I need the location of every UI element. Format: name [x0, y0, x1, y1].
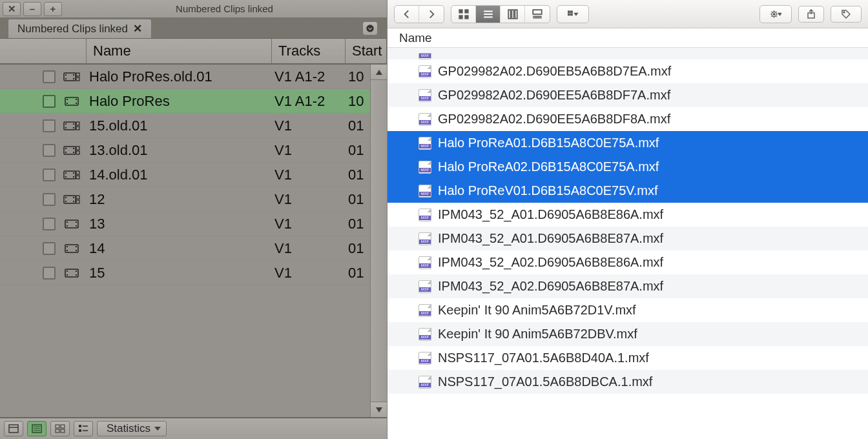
- svg-rect-49: [76, 246, 77, 247]
- svg-rect-24: [73, 152, 74, 153]
- close-window-button[interactable]: ✕: [3, 2, 21, 16]
- list-item[interactable]: Keepin' It 90 Anim5A6B72D1V.mxf: [388, 298, 868, 322]
- svg-rect-64: [56, 429, 59, 433]
- list-item[interactable]: IPM043_52_A02.D6905A6B8E86A.mxf: [388, 250, 868, 274]
- maximize-window-button[interactable]: +: [44, 2, 62, 16]
- list-item[interactable]: Halo ProReV01.D6B15A8C0E75V.mxf: [388, 179, 868, 203]
- row-checkbox[interactable]: [43, 168, 56, 181]
- clip-icon: [63, 267, 80, 279]
- mxf-file-icon: [418, 376, 431, 389]
- svg-rect-48: [67, 250, 68, 251]
- chevron-left-icon: [401, 8, 413, 20]
- bin-row[interactable]: Halo ProRes.old.01V1 A1-210: [0, 65, 387, 89]
- avid-tabbar: Numbered Clips linked ✕: [0, 18, 387, 39]
- svg-rect-47: [67, 246, 68, 247]
- clip-icon: [63, 120, 80, 132]
- list-item[interactable]: [388, 48, 868, 59]
- list-item[interactable]: GP029982A02.D690EE5A6B8DF7A.mxf: [388, 83, 868, 107]
- bin-row[interactable]: 12V101: [0, 187, 387, 212]
- row-checkbox[interactable]: [43, 144, 56, 157]
- view-frame-button[interactable]: [50, 421, 70, 436]
- bin-row[interactable]: 14.old.01V101: [0, 163, 387, 187]
- row-checkbox[interactable]: [43, 193, 56, 206]
- file-name: GP029982A02.D690EB5A6B8D7EA.mxf: [438, 64, 671, 79]
- svg-rect-55: [76, 274, 77, 276]
- scroll-track[interactable]: [371, 80, 387, 402]
- frame-view-icon: [55, 424, 65, 433]
- column-view-button[interactable]: [501, 6, 525, 23]
- coverflow-view-button[interactable]: [525, 6, 550, 23]
- close-tab-icon[interactable]: ✕: [133, 22, 142, 36]
- row-checkbox[interactable]: [43, 242, 56, 255]
- row-checkbox[interactable]: [43, 70, 56, 83]
- bin-vertical-scrollbar[interactable]: [370, 65, 387, 417]
- column-header-icons[interactable]: [0, 39, 87, 63]
- finder-column-header[interactable]: Name: [388, 28, 868, 48]
- brief-view-icon: [8, 424, 19, 433]
- file-name: NSPS117_07A01.5A6B8DBCA.1.mxf: [438, 374, 652, 389]
- list-item[interactable]: IPM043_52_A01.D6905A6B8E87A.mxf: [388, 227, 868, 250]
- column-header-tracks[interactable]: Tracks: [272, 39, 346, 63]
- bin-row[interactable]: 15V101: [0, 261, 387, 285]
- list-item[interactable]: Keepin' It 90 Anim5A6B72DBV.mxf: [388, 322, 868, 346]
- clip-icon: [63, 96, 80, 107]
- svg-rect-12: [76, 103, 77, 104]
- bin-tab[interactable]: Numbered Clips linked ✕: [8, 19, 152, 38]
- bin-row[interactable]: 13V101: [0, 212, 387, 236]
- clip-name: 13: [87, 216, 272, 232]
- list-item[interactable]: NSPS117_07A01.5A6B8DBCA.1.mxf: [388, 370, 868, 394]
- svg-line-94: [776, 15, 776, 16]
- row-checkbox[interactable]: [43, 95, 56, 108]
- clip-name: 15.old.01: [87, 117, 272, 134]
- column-header-start[interactable]: Start: [346, 39, 387, 63]
- scroll-up-button[interactable]: [371, 65, 387, 80]
- svg-rect-36: [65, 201, 67, 202]
- bin-row[interactable]: Halo ProResV1 A1-210: [0, 89, 387, 114]
- row-checkbox[interactable]: [43, 267, 56, 280]
- action-menu[interactable]: [760, 5, 792, 23]
- share-button[interactable]: [798, 6, 824, 23]
- row-checkbox[interactable]: [43, 218, 56, 230]
- bin-stats-menu[interactable]: Statistics: [97, 421, 167, 436]
- svg-rect-16: [73, 123, 74, 125]
- scroll-down-button[interactable]: [371, 402, 387, 417]
- bin-stats-label: Statistics: [107, 422, 150, 435]
- view-brief-button[interactable]: [4, 421, 23, 436]
- list-item[interactable]: GP029982A02.D690EE5A6B8DF8A.mxf: [388, 107, 868, 131]
- finder-column-name: Name: [399, 31, 432, 45]
- view-text-button[interactable]: [27, 421, 46, 436]
- mxf-file-icon: [418, 256, 431, 269]
- list-item[interactable]: GP029982A02.D690EB5A6B8D7EA.mxf: [388, 59, 868, 83]
- icon-view-icon: [458, 8, 470, 20]
- svg-rect-11: [76, 99, 77, 100]
- svg-rect-63: [61, 425, 65, 428]
- view-script-button[interactable]: [74, 421, 93, 436]
- arrange-group-menu[interactable]: [557, 5, 589, 23]
- list-item[interactable]: NSPS117_07A01.5A6B8D40A.1.mxf: [388, 346, 868, 370]
- row-checkbox[interactable]: [43, 119, 56, 132]
- clip-name: Halo ProRes.old.01: [87, 68, 272, 85]
- clip-name: 12: [87, 191, 272, 208]
- svg-rect-4: [73, 74, 74, 76]
- icon-view-button[interactable]: [451, 6, 476, 23]
- bin-menu-button[interactable]: [362, 21, 378, 36]
- clip-icon: [63, 243, 80, 254]
- list-item[interactable]: IPM043_52_A01.D6905A6B8E86A.mxf: [388, 203, 868, 227]
- list-item[interactable]: Halo ProReA01.D6B15A8C0E75A.mxf: [388, 131, 868, 155]
- bin-row[interactable]: 15.old.01V101: [0, 114, 387, 138]
- list-item[interactable]: IPM043_52_A02.D6905A6B8E87A.mxf: [388, 274, 868, 298]
- bin-row[interactable]: 13.old.01V101: [0, 138, 387, 163]
- svg-rect-21: [65, 148, 67, 149]
- clip-icon: [63, 169, 80, 181]
- script-view-icon: [78, 424, 88, 433]
- tags-button[interactable]: [831, 6, 862, 23]
- minimize-window-button[interactable]: –: [23, 2, 41, 16]
- column-header-name[interactable]: Name: [87, 39, 272, 63]
- svg-rect-73: [465, 15, 468, 19]
- chevron-down-icon: [574, 13, 577, 15]
- list-view-button[interactable]: [476, 6, 501, 23]
- forward-button[interactable]: [419, 6, 444, 23]
- bin-row[interactable]: 14V101: [0, 236, 387, 261]
- back-button[interactable]: [395, 6, 419, 23]
- list-item[interactable]: Halo ProReA02.D6B15A8C0E75A.mxf: [388, 155, 868, 179]
